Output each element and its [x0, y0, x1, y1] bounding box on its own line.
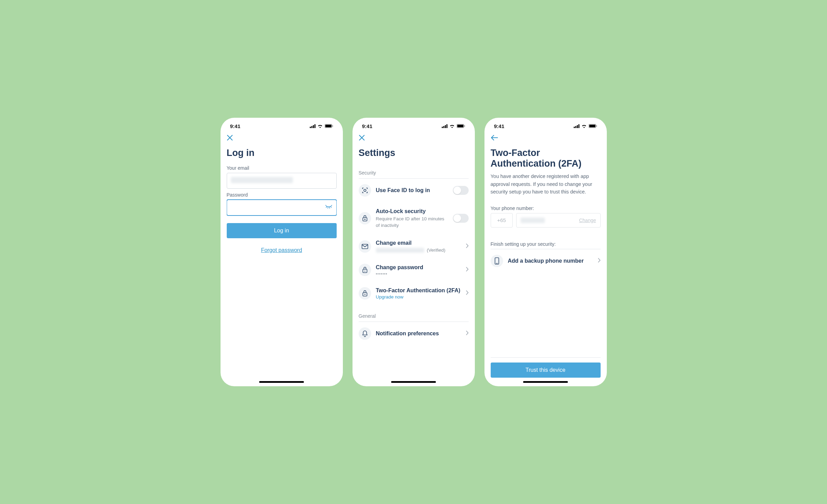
backup-phone-title: Add a backup phone number [508, 258, 593, 264]
backup-phone-row[interactable]: Add a backup phone number [491, 249, 601, 273]
svg-point-14 [364, 189, 366, 191]
change-email-row[interactable]: Change email xxx (Verified) [359, 234, 469, 258]
page-title: Log in [227, 148, 337, 158]
battery-icon [589, 123, 597, 129]
chevron-right-icon [598, 258, 601, 264]
svg-point-16 [365, 219, 365, 220]
status-bar: 9:41 [227, 123, 337, 131]
chevron-right-icon [466, 267, 469, 273]
svg-rect-2 [313, 125, 314, 128]
svg-rect-1 [311, 126, 312, 128]
svg-rect-12 [457, 125, 463, 127]
svg-rect-8 [443, 126, 444, 128]
svg-rect-26 [596, 125, 597, 127]
section-general: General [359, 313, 469, 319]
svg-rect-20 [574, 127, 575, 128]
password-masked: ••••••• [376, 272, 461, 276]
lock-icon [359, 212, 371, 224]
home-indicator [391, 381, 436, 383]
svg-rect-9 [445, 125, 446, 128]
status-time: 9:41 [362, 123, 372, 129]
page-title: Settings [359, 148, 469, 158]
status-bar: 9:41 [491, 123, 601, 131]
twofa-description: You have another device registered with … [491, 172, 601, 196]
phone-value-redacted: xxx [521, 218, 545, 223]
mail-icon [359, 240, 371, 253]
section-security: Security [359, 170, 469, 176]
change-password-row[interactable]: Change password ••••••• [359, 258, 469, 282]
autolock-title: Auto-Lock security [376, 208, 448, 215]
battery-icon [325, 123, 333, 129]
status-bar: 9:41 [359, 123, 469, 131]
email-verified: (Verified) [427, 248, 446, 253]
battery-icon [457, 123, 465, 129]
svg-rect-25 [589, 125, 595, 127]
settings-screen: 9:41 Settings Security Use Face ID to lo… [353, 118, 475, 386]
change-email-title: Change email [376, 240, 461, 246]
password-input[interactable] [227, 200, 337, 216]
svg-rect-6 [332, 125, 333, 127]
close-icon[interactable] [227, 135, 337, 141]
status-icons [442, 123, 465, 129]
home-indicator [523, 381, 568, 383]
phone-icon [491, 255, 503, 267]
status-time: 9:41 [494, 123, 504, 129]
bell-icon [359, 327, 371, 340]
autolock-row[interactable]: Auto-Lock security Require Face ID after… [359, 202, 469, 234]
email-value-redacted: xxxxxxxxxx [231, 177, 293, 183]
login-button[interactable]: Log in [227, 223, 337, 238]
faceid-row[interactable]: Use Face ID to log in [359, 179, 469, 202]
status-icons [574, 123, 597, 129]
eye-closed-icon[interactable] [325, 204, 333, 211]
close-icon[interactable] [359, 135, 469, 141]
autolock-toggle[interactable] [453, 214, 469, 223]
chevron-right-icon [466, 330, 469, 337]
country-code-input[interactable]: +65 [491, 213, 513, 228]
back-icon[interactable] [491, 135, 601, 141]
svg-rect-22 [577, 125, 578, 128]
change-password-title: Change password [376, 264, 461, 271]
faceid-title: Use Face ID to log in [376, 187, 448, 193]
status-icons [310, 123, 333, 129]
status-time: 9:41 [230, 123, 241, 129]
trust-device-button[interactable]: Trust this device [491, 363, 601, 378]
wifi-icon [449, 123, 455, 129]
twofa-upgrade: Upgrade now [376, 294, 461, 300]
wifi-icon [317, 123, 323, 129]
chevron-right-icon [466, 290, 469, 296]
wifi-icon [581, 123, 587, 129]
lock-key-icon [359, 264, 371, 276]
notifications-row[interactable]: Notification preferences [359, 322, 469, 345]
forgot-password-link[interactable]: Forgot password [227, 247, 337, 253]
change-phone-link[interactable]: Change [579, 218, 596, 223]
signal-icon [574, 123, 580, 129]
shield-lock-icon [359, 287, 371, 300]
svg-rect-3 [314, 124, 315, 128]
home-indicator [259, 381, 304, 383]
twofa-screen: 9:41 Two-Factor Authentication (2FA) You… [484, 118, 607, 386]
signal-icon [310, 123, 316, 129]
password-label: Password [227, 192, 337, 198]
twofa-title: Two-Factor Authentication (2FA) [376, 287, 461, 294]
svg-rect-10 [446, 124, 447, 128]
notifications-title: Notification preferences [376, 330, 461, 337]
phone-number-input[interactable]: xxx Change [516, 213, 601, 228]
svg-rect-13 [464, 125, 465, 127]
autolock-sub: Require Face ID after 10 minutes of inac… [376, 216, 448, 229]
svg-rect-21 [575, 126, 576, 128]
faceid-toggle[interactable] [453, 186, 469, 195]
svg-rect-7 [442, 127, 443, 128]
email-value-redacted: xxx [376, 248, 424, 253]
finish-label: Finish setting up your security: [491, 241, 601, 247]
svg-rect-0 [310, 127, 311, 128]
phone-label: Your phone number: [491, 206, 601, 211]
faceid-icon [359, 184, 371, 197]
login-screen: 9:41 Log in Your email xxxxxxxxxx Passwo… [221, 118, 343, 386]
chevron-right-icon [466, 243, 469, 250]
signal-icon [442, 123, 448, 129]
email-label: Your email [227, 165, 337, 171]
page-title: Two-Factor Authentication (2FA) [491, 148, 601, 169]
twofa-row[interactable]: Two-Factor Authentication (2FA) Upgrade … [359, 282, 469, 305]
svg-rect-23 [578, 124, 579, 128]
svg-rect-5 [325, 125, 331, 127]
